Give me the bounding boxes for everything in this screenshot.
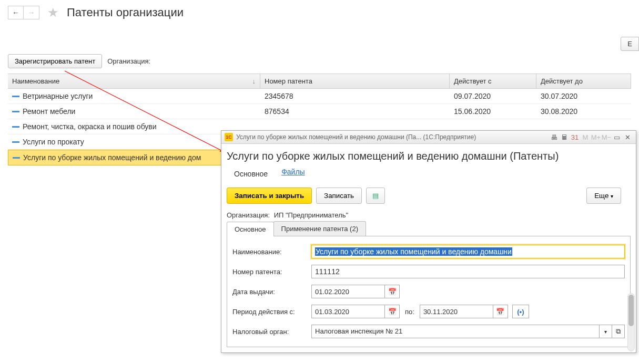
toolbar: Зарегистрировать патент Организация: xyxy=(0,51,639,71)
col-name[interactable]: Наименование↓ xyxy=(8,74,260,88)
more-top-button[interactable]: Е xyxy=(621,37,639,51)
dialog-titlebar: 1C Услуги по уборке жилых помещений и ве… xyxy=(221,131,636,144)
dialog-toolbar: Записать и закрыть Записать ▤ Еще ▾ xyxy=(227,182,631,209)
dialog-heading: Услуги по уборке жилых помещений и веден… xyxy=(227,147,631,165)
calendar-icon: 📅 xyxy=(388,308,397,316)
record-icon xyxy=(12,96,19,97)
calendar-icon[interactable]: 31 xyxy=(570,132,580,142)
record-icon xyxy=(12,111,19,112)
table-header: Наименование↓ Номер патента Действует с … xyxy=(8,74,631,89)
dialog-scrollbar[interactable] xyxy=(627,293,635,351)
tax-authority-input[interactable]: Налоговая инспекция № 21 xyxy=(311,325,600,338)
dialog-window-title: Услуги по уборке жилых помещений и веден… xyxy=(236,133,549,141)
period-to-input[interactable]: 30.11.2020 xyxy=(420,305,493,318)
tab-main[interactable]: Основное xyxy=(227,222,274,236)
form-tabs: Основное Применение патента (2) xyxy=(227,221,631,236)
period-to-picker-button[interactable]: 📅 xyxy=(493,305,508,318)
table-row[interactable]: Ремонт мебели 876534 15.06.2020 30.08.20… xyxy=(8,104,631,119)
org-filter-label: Организация: xyxy=(107,57,150,65)
table-row[interactable]: Ветринарные услуги 2345678 09.07.2020 30… xyxy=(8,89,631,104)
app-logo-icon: 1C xyxy=(225,133,233,141)
record-icon xyxy=(13,157,20,159)
m-minus-icon[interactable]: M− xyxy=(601,132,612,142)
tax-authority-open-button[interactable]: ⧉ xyxy=(612,325,625,338)
issue-date-picker-button[interactable]: 📅 xyxy=(385,285,400,298)
record-icon xyxy=(12,126,19,128)
period-from-picker-button[interactable]: 📅 xyxy=(385,305,400,318)
period-from-input[interactable]: 01.03.2020 xyxy=(311,305,385,318)
col-valid-to[interactable]: Действует до xyxy=(536,74,631,88)
back-button[interactable]: ← xyxy=(8,6,24,19)
save-and-close-button[interactable]: Записать и закрыть xyxy=(227,188,312,204)
more-button[interactable]: Еще ▾ xyxy=(586,188,621,204)
page-title: Патенты организации xyxy=(67,6,184,19)
record-icon xyxy=(12,141,19,143)
report-icon: ▤ xyxy=(372,192,379,200)
save-button[interactable]: Записать xyxy=(316,188,362,204)
number-label: Номер патента: xyxy=(232,268,311,276)
print-icon[interactable]: 🖶 xyxy=(549,132,559,142)
m-plus-icon[interactable]: M+ xyxy=(591,132,601,142)
maximize-icon[interactable]: ▭ xyxy=(612,132,622,142)
period-from-label: Период действия с: xyxy=(232,308,311,316)
report-button[interactable]: ▤ xyxy=(366,188,385,204)
dialog-nav: Основное Файлы xyxy=(227,165,631,182)
chevron-down-icon: ▾ xyxy=(611,193,613,199)
chevron-down-icon: ▾ xyxy=(604,329,607,335)
col-valid-from[interactable]: Действует с xyxy=(450,74,536,88)
patent-dialog: 1C Услуги по уборке жилых помещений и ве… xyxy=(221,130,636,353)
favorite-star-icon[interactable]: ★ xyxy=(47,5,59,20)
number-input[interactable]: 111112 xyxy=(311,265,625,278)
calc-icon[interactable]: 🖩 xyxy=(559,132,570,142)
tax-authority-label: Налоговый орган: xyxy=(232,328,311,336)
form-panel: Наименование: Услуги по уборке жилых пом… xyxy=(227,236,631,347)
col-number[interactable]: Номер патента xyxy=(260,74,450,88)
period-to-label: по: xyxy=(400,308,420,316)
issue-date-label: Дата выдачи: xyxy=(232,288,311,296)
calendar-icon: 📅 xyxy=(496,308,504,316)
m-icon[interactable]: M xyxy=(580,132,591,142)
open-icon: ⧉ xyxy=(616,327,621,336)
sort-asc-icon: ↓ xyxy=(252,77,256,85)
close-icon[interactable]: ✕ xyxy=(622,132,633,142)
tax-authority-dropdown-button[interactable]: ▾ xyxy=(600,325,612,338)
org-label: Организация: xyxy=(227,211,270,219)
nav-files[interactable]: Файлы xyxy=(281,168,305,180)
org-line: Организация: ИП "Предприниматель" xyxy=(227,209,631,221)
name-label: Наименование: xyxy=(232,248,311,256)
forward-button[interactable]: → xyxy=(24,6,39,19)
register-patent-button[interactable]: Зарегистрировать патент xyxy=(8,54,102,68)
topbar: ← → ★ Патенты организации xyxy=(0,0,639,25)
tab-apply[interactable]: Применение патента (2) xyxy=(273,221,366,236)
calendar-icon: 📅 xyxy=(388,288,397,296)
name-input[interactable]: Услуги по уборке жилых помещений и веден… xyxy=(311,245,625,258)
period-helper-button[interactable]: (•) xyxy=(512,305,529,318)
org-value: ИП "Предприниматель" xyxy=(274,211,348,219)
issue-date-input[interactable]: 01.02.2020 xyxy=(311,285,385,298)
nav-main[interactable]: Основное xyxy=(230,168,272,180)
